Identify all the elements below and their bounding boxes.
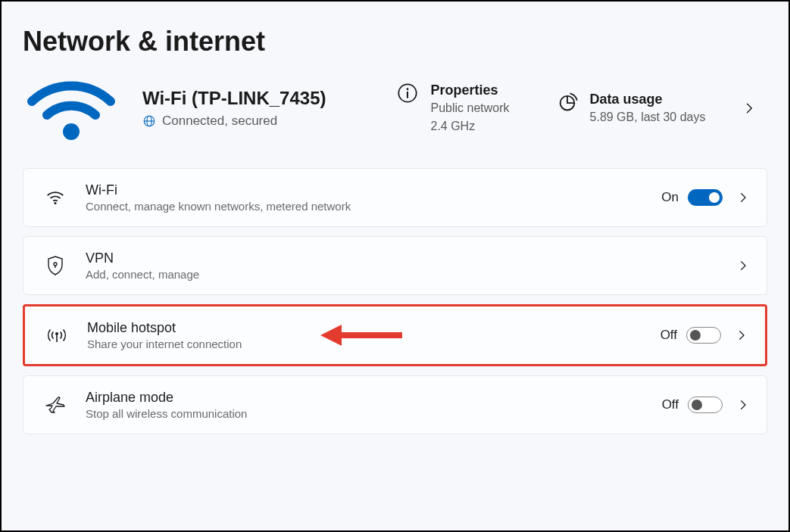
airplane-sub: Stop all wireless communication: [86, 407, 662, 420]
airplane-mode-card[interactable]: Airplane mode Stop all wireless communic…: [23, 375, 767, 434]
mobile-hotspot-card[interactable]: Mobile hotspot Share your internet conne…: [23, 304, 767, 366]
svg-point-11: [55, 332, 58, 335]
network-hero: Wi-Fi (TP-LINK_7435) Connected, secured …: [23, 74, 767, 168]
hotspot-sub: Share your internet connection: [87, 338, 660, 350]
properties-line2: 2.4 GHz: [430, 118, 509, 135]
vpn-sub: Add, connect, manage: [86, 268, 736, 281]
network-name: Wi-Fi (TP-LINK_7435): [142, 88, 326, 109]
options-list: Wi-Fi Connect, manage known networks, me…: [23, 168, 767, 434]
hotspot-title: Mobile hotspot: [87, 320, 660, 336]
chevron-right-icon: [735, 328, 748, 342]
airplane-state-label: Off: [662, 397, 679, 412]
chevron-right-icon: [736, 191, 750, 204]
chevron-right-icon[interactable]: [742, 101, 757, 116]
svg-point-8: [54, 202, 56, 204]
svg-point-9: [54, 263, 57, 266]
shield-lock-icon: [46, 255, 64, 276]
properties-block[interactable]: Properties Public network 2.4 GHz: [397, 82, 509, 134]
hotspot-toggle[interactable]: [686, 327, 721, 344]
airplane-title: Airplane mode: [86, 390, 662, 406]
vpn-title: VPN: [86, 250, 736, 266]
network-status: Connected, secured: [142, 114, 326, 129]
wifi-state-label: On: [661, 190, 679, 205]
svg-point-5: [407, 88, 409, 90]
chevron-right-icon: [736, 398, 750, 412]
vpn-card[interactable]: VPN Add, connect, manage: [23, 236, 767, 295]
svg-point-0: [63, 123, 80, 140]
globe-icon: [142, 114, 156, 128]
wifi-toggle[interactable]: [688, 189, 723, 206]
properties-line1: Public network: [430, 100, 509, 117]
wifi-title: Wi-Fi: [86, 182, 661, 198]
properties-label: Properties: [430, 82, 509, 98]
data-usage-block[interactable]: Data usage 5.89 GB, last 30 days: [557, 92, 706, 126]
wifi-icon: [45, 188, 65, 207]
page-title: Network & internet: [23, 26, 767, 58]
wifi-card[interactable]: Wi-Fi Connect, manage known networks, me…: [23, 168, 767, 227]
data-usage-label: Data usage: [590, 92, 706, 107]
chevron-right-icon: [736, 259, 750, 272]
hotspot-state-label: Off: [660, 328, 677, 343]
hotspot-icon: [46, 325, 67, 345]
wifi-sub: Connect, manage known networks, metered …: [86, 200, 661, 213]
data-usage-icon: [557, 92, 578, 113]
airplane-icon: [45, 395, 66, 415]
info-icon: [397, 82, 418, 104]
wifi-signal-icon: [26, 74, 117, 142]
data-usage-detail: 5.89 GB, last 30 days: [590, 109, 706, 126]
network-info: Wi-Fi (TP-LINK_7435) Connected, secured: [142, 88, 326, 129]
network-status-text: Connected, secured: [162, 114, 277, 129]
airplane-toggle[interactable]: [688, 397, 723, 413]
